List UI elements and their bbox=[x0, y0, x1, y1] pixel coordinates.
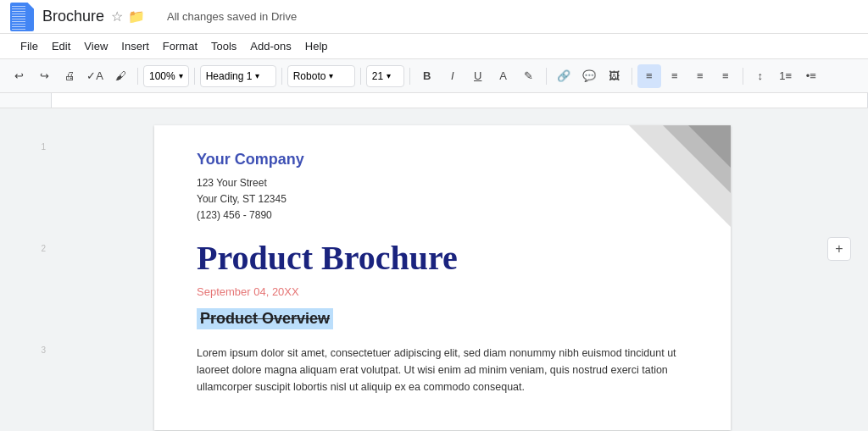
page-num-3: 3 bbox=[41, 345, 46, 355]
print-button[interactable]: 🖨 bbox=[58, 64, 81, 88]
zoom-arrow: ▾ bbox=[179, 71, 183, 80]
body-text: Lorem ipsum dolor sit amet, consectetuer… bbox=[197, 345, 688, 395]
font-select[interactable]: Roboto ▾ bbox=[287, 65, 355, 87]
paint-format-button[interactable]: 🖌 bbox=[108, 64, 132, 88]
underline-button[interactable]: U bbox=[466, 64, 490, 88]
section-heading: Product Overview bbox=[200, 310, 330, 327]
align-justify-button[interactable]: ≡ bbox=[714, 64, 737, 88]
menu-insert[interactable]: Insert bbox=[114, 36, 156, 56]
align-center-button[interactable]: ≡ bbox=[663, 64, 687, 88]
menu-edit[interactable]: Edit bbox=[45, 36, 77, 56]
unordered-list-button[interactable]: •≡ bbox=[799, 64, 823, 88]
page: Your Company 123 Your Street Your City, … bbox=[154, 125, 731, 430]
line-spacing-button[interactable]: ↕ bbox=[748, 64, 772, 88]
menu-addons[interactable]: Add-ons bbox=[243, 36, 298, 56]
add-section-button[interactable]: + bbox=[827, 237, 851, 261]
zoom-value: 100% bbox=[149, 70, 175, 82]
fontsize-arrow: ▾ bbox=[387, 71, 391, 80]
date-text: September 04, 20XX bbox=[197, 285, 688, 298]
separator-2 bbox=[194, 68, 195, 85]
section-heading-highlight: Product Overview bbox=[197, 308, 333, 329]
separator-8 bbox=[743, 68, 743, 85]
font-arrow: ▾ bbox=[329, 71, 333, 80]
ordered-list-button[interactable]: 1≡ bbox=[774, 64, 798, 88]
redo-button[interactable]: ↪ bbox=[32, 64, 56, 88]
text-color-button[interactable]: A bbox=[492, 64, 515, 88]
align-left-button[interactable]: ≡ bbox=[637, 64, 661, 88]
highlight-button[interactable]: ✎ bbox=[517, 64, 541, 88]
image-button[interactable]: 🖼 bbox=[603, 64, 626, 88]
ruler-inner bbox=[51, 93, 868, 108]
bold-button[interactable]: B bbox=[415, 64, 439, 88]
separator-5 bbox=[409, 68, 410, 85]
undo-button[interactable]: ↩ bbox=[7, 64, 31, 88]
align-right-button[interactable]: ≡ bbox=[688, 64, 712, 88]
separator-7 bbox=[632, 68, 632, 85]
doc-area: Your Company 123 Your Street Your City, … bbox=[51, 108, 834, 431]
zoom-select[interactable]: 100% ▾ bbox=[143, 65, 189, 87]
menu-format[interactable]: Format bbox=[156, 36, 204, 56]
section-heading-container: Product Overview bbox=[197, 308, 688, 336]
link-button[interactable]: 🔗 bbox=[552, 64, 576, 88]
menu-tools[interactable]: Tools bbox=[204, 36, 243, 56]
font-value: Roboto bbox=[293, 70, 326, 82]
separator-4 bbox=[360, 68, 361, 85]
page-num-2: 2 bbox=[41, 244, 46, 253]
separator-3 bbox=[281, 68, 282, 85]
decorative-triangles bbox=[595, 125, 731, 261]
menubar: File Edit View Insert Format Tools Add-o… bbox=[0, 34, 868, 59]
right-sidebar: + bbox=[834, 108, 868, 431]
doc-icon bbox=[10, 3, 34, 31]
fontsize-select[interactable]: 21 ▾ bbox=[366, 65, 404, 87]
star-icon[interactable]: ☆ bbox=[111, 8, 123, 25]
separator-1 bbox=[137, 68, 138, 85]
left-sidebar: 1 2 3 bbox=[0, 108, 51, 431]
italic-button[interactable]: I bbox=[441, 64, 465, 88]
page-num-1: 1 bbox=[41, 142, 46, 152]
separator-6 bbox=[546, 68, 547, 85]
menu-file[interactable]: File bbox=[14, 36, 45, 56]
folder-icon[interactable]: 📁 bbox=[128, 8, 145, 25]
fontsize-value: 21 bbox=[372, 70, 383, 82]
doc-title[interactable]: Brochure bbox=[42, 8, 104, 25]
ruler bbox=[0, 93, 868, 108]
titlebar: Brochure ☆ 📁 All changes saved in Drive bbox=[0, 0, 868, 34]
style-value: Heading 1 bbox=[206, 70, 253, 82]
comment-button[interactable]: 💬 bbox=[577, 64, 601, 88]
main-area: 1 2 3 Your Company 123 Your Street Your … bbox=[0, 108, 868, 431]
spell-check-button[interactable]: ✓A bbox=[83, 64, 107, 88]
saved-message: All changes saved in Drive bbox=[167, 10, 297, 23]
menu-view[interactable]: View bbox=[77, 36, 114, 56]
style-arrow: ▾ bbox=[255, 71, 259, 80]
style-select[interactable]: Heading 1 ▾ bbox=[200, 65, 276, 87]
toolbar: ↩ ↪ 🖨 ✓A 🖌 100% ▾ Heading 1 ▾ Roboto ▾ 2… bbox=[0, 59, 868, 93]
menu-help[interactable]: Help bbox=[298, 36, 335, 56]
